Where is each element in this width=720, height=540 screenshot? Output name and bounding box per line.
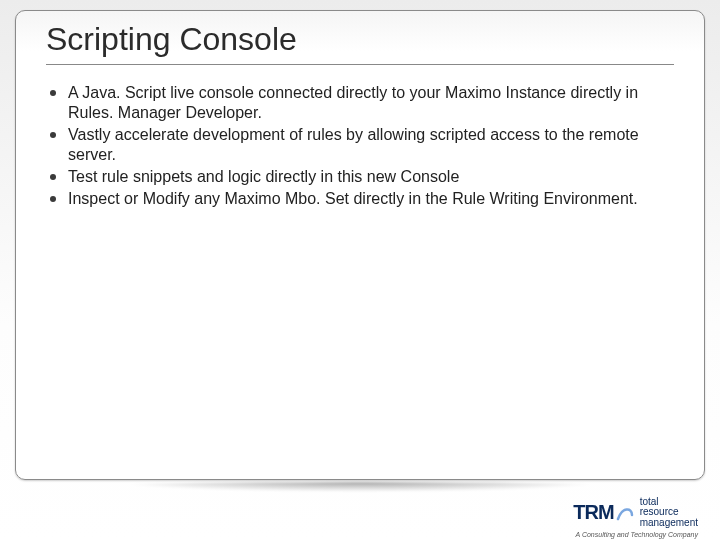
logo-text: total resource management	[640, 497, 698, 529]
footer-logo: TRM total resource management	[573, 497, 698, 529]
logo-line3: management	[640, 518, 698, 529]
list-item: Inspect or Modify any Maximo Mbo. Set di…	[50, 189, 674, 209]
bullet-list: A Java. Script live console connected di…	[46, 83, 674, 209]
list-item: Test rule snippets and logic directly in…	[50, 167, 674, 187]
logo-mark: TRM	[573, 501, 633, 524]
list-item: Vastly accelerate development of rules b…	[50, 125, 674, 165]
card-shadow	[15, 482, 705, 496]
logo-tagline: A Consulting and Technology Company	[576, 531, 698, 538]
slide-card: Scripting Console A Java. Script live co…	[15, 10, 705, 480]
slide-title: Scripting Console	[46, 21, 674, 65]
list-item: A Java. Script live console connected di…	[50, 83, 674, 123]
logo-initials: TRM	[573, 501, 613, 524]
logo-swoosh-icon	[616, 503, 634, 521]
logo-line2: resource	[640, 507, 698, 518]
